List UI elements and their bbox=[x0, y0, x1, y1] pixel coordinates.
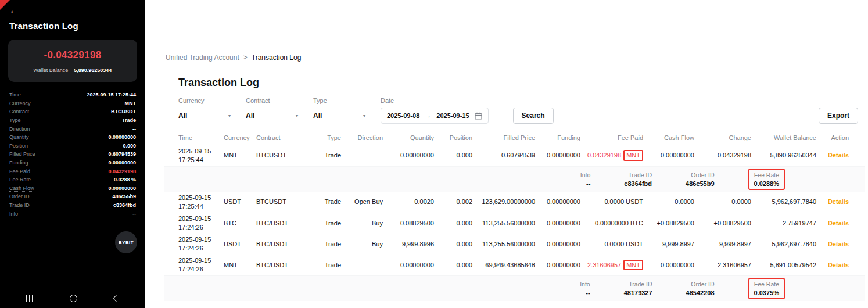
cell-type: Trade bbox=[307, 192, 341, 213]
col-funding: Funding bbox=[535, 130, 580, 145]
detail-trade-id: Trade ID c8364fbd bbox=[624, 171, 652, 187]
cell-cash-flow: 0.0000 bbox=[643, 192, 694, 213]
corner-fold-marker bbox=[0, 0, 10, 10]
cell-change: +0.08829500 bbox=[694, 213, 751, 234]
cell-position: 0.002 bbox=[434, 192, 472, 213]
breadcrumb-parent-link[interactable]: Unified Trading Account bbox=[166, 53, 239, 62]
cell-fee-paid: 0.0000USDT bbox=[580, 192, 643, 213]
cell-position: 0.000 bbox=[434, 255, 472, 275]
type-filter-label: Type bbox=[313, 97, 369, 104]
type-select[interactable]: All ▾ bbox=[313, 108, 369, 124]
date-to-value: 2025-09-15 bbox=[436, 112, 469, 119]
cell-quantity: 0.00000000 bbox=[383, 255, 434, 275]
table-row: 2025-09-15 17:25:44 MNT BTCUSDT Trade --… bbox=[164, 145, 865, 166]
date-range-picker[interactable]: 2025-09-08 → 2025-09-15 bbox=[381, 108, 489, 124]
cell-wallet-balance: 2.75919747 bbox=[751, 213, 816, 234]
details-link[interactable]: Details bbox=[828, 152, 849, 159]
detail-info: Info -- bbox=[580, 281, 590, 296]
table-header: Time Currency Contract Type Direction Qu… bbox=[164, 130, 865, 145]
details-link[interactable]: Details bbox=[828, 241, 849, 248]
currency-select[interactable]: All ▾ bbox=[178, 108, 234, 124]
android-back-icon[interactable] bbox=[113, 295, 120, 302]
transaction-log-table: Time Currency Contract Type Direction Qu… bbox=[164, 130, 865, 301]
cell-time: 2025-09-15 17:24:26 bbox=[164, 255, 224, 275]
wallet-balance-label: Wallet Balance bbox=[34, 67, 69, 73]
field-row-currency: Currency MNT bbox=[9, 99, 136, 108]
field-row-fee-rate: Fee Rate 0.0288 % bbox=[9, 176, 136, 184]
cell-currency: USDT bbox=[224, 192, 256, 213]
page-title: Transaction Log bbox=[164, 62, 865, 89]
cell-time: 2025-09-15 17:24:26 bbox=[164, 234, 224, 255]
cell-time: 2025-09-15 17:24:26 bbox=[164, 213, 224, 234]
breadcrumb: Unified Trading Account>Transaction Log bbox=[166, 53, 868, 62]
android-home-icon[interactable] bbox=[70, 295, 77, 302]
cell-funding: 0.00000000 bbox=[535, 192, 580, 213]
date-filter-label: Date bbox=[381, 97, 489, 104]
field-row-contract: Contract BTCUSDT bbox=[9, 108, 136, 116]
cell-filled-price: 113,255.56000000 bbox=[472, 213, 535, 234]
cell-time: 2025-09-15 17:25:44 bbox=[164, 192, 224, 213]
cell-direction: -- bbox=[341, 145, 383, 166]
cell-type: Trade bbox=[307, 255, 341, 275]
cell-cash-flow: +0.08829500 bbox=[643, 213, 694, 234]
cell-quantity: 0.08829500 bbox=[383, 213, 434, 234]
summary-wallet-balance: Wallet Balance 5,890.96250344 bbox=[14, 67, 131, 73]
type-filter: Type All ▾ bbox=[313, 97, 369, 124]
fee-currency-highlight-box: MNT bbox=[623, 260, 643, 271]
cell-cash-flow: 0.00000000 bbox=[643, 255, 694, 275]
cell-direction: Buy bbox=[341, 234, 383, 255]
cell-funding: 0.00000000 bbox=[535, 255, 580, 275]
cell-fee-paid: 0.0000USDT bbox=[580, 234, 643, 255]
field-row-filled-price: Filled Price 0.60794539 bbox=[9, 150, 136, 159]
date-filter: Date 2025-09-08 → 2025-09-15 bbox=[381, 97, 489, 124]
field-row-quantity: Quantity 0.00000000 bbox=[9, 133, 136, 142]
col-wallet-balance: Wallet Balance bbox=[751, 130, 816, 145]
details-link[interactable]: Details bbox=[828, 262, 849, 268]
cell-action: Details bbox=[816, 234, 865, 255]
cell-action: Details bbox=[816, 213, 865, 234]
cell-fee-paid: 2.31606957MNT bbox=[580, 255, 643, 275]
chevron-down-icon: ▾ bbox=[228, 113, 231, 119]
field-row-order-id: Order ID 486c55b9 bbox=[9, 192, 136, 201]
details-link[interactable]: Details bbox=[828, 198, 849, 205]
cell-fee-paid: 0.00000000BTC bbox=[580, 213, 643, 234]
android-nav-bar bbox=[0, 292, 145, 305]
field-row-fee-paid: Fee Paid 0.04329198 bbox=[9, 167, 136, 176]
field-row-info: Info -- bbox=[9, 209, 136, 218]
currency-select-value: All bbox=[178, 112, 187, 120]
cell-direction: Buy bbox=[341, 213, 383, 234]
cell-filled-price: 123,629.00000000 bbox=[472, 192, 535, 213]
cell-change: -9,999.8997 bbox=[694, 234, 751, 255]
detail-order-id: Order ID 486c55b9 bbox=[686, 171, 715, 187]
cell-position: 0.000 bbox=[434, 234, 472, 255]
cell-position: 0.000 bbox=[434, 145, 472, 166]
export-button[interactable]: Export bbox=[819, 108, 858, 124]
detail-info: Info -- bbox=[580, 171, 591, 187]
cell-filled-price: 0.60794539 bbox=[472, 145, 535, 166]
col-fee-paid: Fee Paid bbox=[580, 130, 643, 145]
cell-filled-price: 69,949.43685648 bbox=[472, 255, 535, 275]
back-arrow-icon[interactable]: ← bbox=[9, 5, 18, 15]
details-link[interactable]: Details bbox=[828, 220, 849, 227]
contract-filter: Contract All ▾ bbox=[246, 97, 302, 124]
detail-order-id: Order ID 48542208 bbox=[686, 281, 715, 296]
cell-fee-paid: 0.04329198MNT bbox=[580, 145, 643, 166]
col-position: Position bbox=[434, 130, 472, 145]
android-recents-icon[interactable] bbox=[26, 295, 33, 302]
col-filled-price: Filled Price bbox=[472, 130, 535, 145]
summary-change-amount: -0.04329198 bbox=[14, 49, 131, 61]
cell-time: 2025-09-15 17:25:44 bbox=[164, 145, 224, 166]
cell-filled-price: 113,255.56000000 bbox=[472, 234, 535, 255]
mobile-header: ← Transaction Log bbox=[0, 0, 145, 31]
expanded-detail-row: Info -- Trade ID c8364fbd Order ID 486c5… bbox=[164, 166, 865, 192]
col-direction: Direction bbox=[341, 130, 383, 145]
type-select-value: All bbox=[313, 112, 322, 120]
detail-fee-rate-highlight-box: Fee Rate 0.0288% bbox=[748, 169, 785, 190]
cell-contract: BTCUSDT bbox=[256, 145, 307, 166]
search-button[interactable]: Search bbox=[513, 108, 554, 124]
cell-currency: USDT bbox=[224, 234, 256, 255]
cell-funding: 0.00000000 bbox=[535, 145, 580, 166]
contract-select[interactable]: All ▾ bbox=[246, 108, 302, 124]
filters-bar: Currency All ▾ Contract All ▾ Type bbox=[164, 89, 865, 124]
cell-change: -0.04329198 bbox=[694, 145, 751, 166]
